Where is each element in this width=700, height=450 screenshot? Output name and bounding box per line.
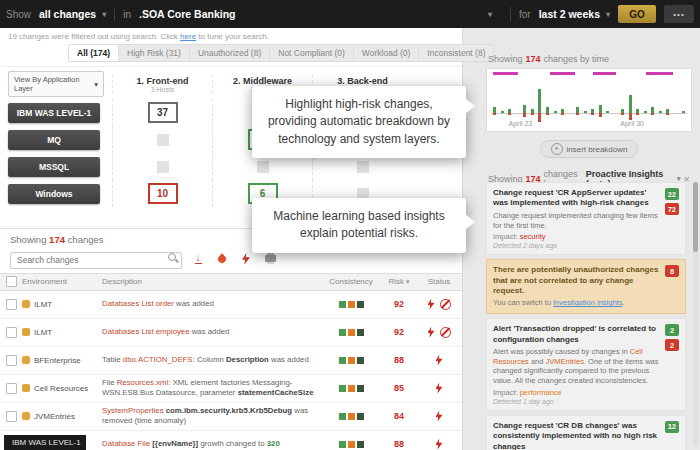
showing-label: Showing (488, 54, 523, 64)
ban-icon (440, 327, 451, 338)
insight-card-main: Change request 'CR AppServer updates' wa… (493, 188, 659, 249)
text-segment: was increased to (102, 398, 163, 399)
insight-card[interactable]: Alert 'Transaction dropped' is correlate… (486, 318, 686, 411)
bar-down (591, 113, 594, 115)
row-checkbox[interactable] (6, 411, 17, 422)
text-segment: was added (269, 355, 309, 364)
environment-cell: BFEnterprise (22, 356, 102, 365)
insight-card[interactable]: Change request 'CR DB changes' was consi… (486, 415, 686, 450)
chart-slot (634, 78, 642, 113)
col-description[interactable]: Description (102, 277, 320, 286)
scrollbar[interactable] (693, 182, 698, 446)
download-button[interactable]: ↓ (190, 251, 206, 267)
row-checkbox[interactable] (6, 355, 17, 366)
row-checkbox[interactable] (6, 383, 17, 394)
consistency-square (339, 329, 346, 336)
scope-value: all changes (39, 8, 96, 20)
inline-link[interactable]: Resources.xml (117, 378, 169, 387)
search-icon[interactable] (168, 253, 176, 261)
col-status[interactable]: Status (416, 277, 462, 286)
print-button[interactable] (262, 251, 278, 267)
insert-breakdown-button[interactable]: + insert breakdown (540, 140, 639, 158)
insight-card[interactable]: Change request 'CR AppServer updates' wa… (486, 182, 686, 255)
tab-not-compliant-0-[interactable]: Not Compliant (0) (270, 45, 354, 61)
table-row[interactable]: JVMEntriesSystemProperties com.ibm.secur… (0, 403, 462, 431)
table-row[interactable]: ILMTDatabases List employee was added92 (0, 319, 462, 347)
bar-up (523, 105, 526, 113)
row-checkbox[interactable] (6, 327, 17, 338)
inline-link[interactable]: Databases List order (102, 299, 174, 308)
col-consistency[interactable]: Consistency (320, 277, 382, 286)
status-cell (416, 439, 462, 450)
matrix-count-cell[interactable]: 10 (148, 183, 178, 204)
bolt-icon (428, 299, 435, 310)
timeline-chart[interactable]: April 23April 30 (486, 68, 692, 132)
bar-down (531, 113, 534, 115)
environment-name: BFEnterprise (34, 356, 81, 365)
chart-slot (514, 78, 522, 113)
insight-card[interactable]: There are potentially unauthorized chang… (486, 259, 686, 314)
bolt-icon (428, 327, 435, 338)
table-row[interactable]: BFEnterpriseTable dbo.ACTION_DEFS: Colum… (0, 347, 462, 375)
bolt-button[interactable] (238, 251, 254, 267)
insight-title: Change request 'CR AppServer updates' wa… (493, 188, 659, 209)
tab-all-174-[interactable]: All (174) (69, 45, 119, 61)
insight-body: Alert was possibly caused by changes in … (493, 347, 659, 386)
matrix-column-subtitle: 3 Hosts (113, 86, 212, 93)
chevron-down-icon: ▾ (94, 80, 98, 89)
period-dropdown[interactable]: last 2 weeks ▾ (539, 8, 610, 20)
timeline-marks (487, 72, 691, 75)
tune-search-link[interactable]: here (180, 32, 196, 41)
tab-unauthorized-8-[interactable]: Unauthorized (8) (190, 45, 270, 61)
callout-text: Machine learning based insights explain … (273, 209, 444, 240)
count-badge: 12 (665, 421, 679, 433)
printer-icon (265, 255, 276, 262)
matrix-count-cell[interactable]: 37 (148, 102, 178, 123)
inline-link[interactable]: investigation insights (553, 298, 622, 307)
table-row[interactable]: ILMTDatabases List order was added92 (0, 291, 462, 319)
inline-link[interactable]: SystemProperties (102, 406, 164, 415)
status-cell (416, 411, 462, 422)
text-segment: You can switch to (493, 298, 553, 307)
inline-link[interactable]: Databases List employee (102, 327, 190, 336)
plus-icon: + (551, 143, 563, 155)
description-cell: Database File [{envName}] growth changed… (102, 439, 320, 449)
scrollbar-thumb[interactable] (693, 182, 698, 252)
view-by-dropdown[interactable]: View By Application Layer ▾ (8, 71, 104, 97)
layer-button[interactable]: MQ (8, 130, 100, 150)
matrix-column-header: 1. Front-end3 Hosts (112, 75, 212, 94)
text-segment: statementCacheSize (238, 388, 314, 397)
search-input[interactable] (10, 252, 182, 269)
scope-dropdown[interactable]: all changes ▾ (39, 8, 106, 20)
consistency-square (348, 329, 355, 336)
layer-button[interactable]: Windows (8, 184, 100, 204)
divider (510, 7, 511, 21)
risk-value: 88 (382, 355, 416, 365)
col-environment[interactable]: Environment (22, 277, 102, 286)
environment-dropdown[interactable]: .SOA Core Banking ▾ (139, 8, 502, 20)
layer-button[interactable]: MSSQL (8, 157, 100, 177)
chart-slot (627, 78, 635, 113)
search-box (10, 249, 182, 269)
flame-button[interactable] (214, 251, 230, 267)
insights-list: Change request 'CR AppServer updates' wa… (486, 182, 686, 450)
bar-up (599, 105, 602, 113)
environment-icon (22, 328, 30, 336)
tab-workload-0-[interactable]: Workload (0) (354, 45, 420, 61)
select-all-checkbox[interactable] (6, 276, 17, 287)
insert-breakdown-label: insert breakdown (567, 145, 628, 154)
inline-link[interactable]: JVMEntries (546, 357, 584, 366)
row-checkbox[interactable] (6, 299, 17, 310)
inline-link[interactable]: Database File (102, 439, 150, 448)
tab-high-risk-31-[interactable]: High Risk (31) (119, 45, 190, 61)
inline-link[interactable]: dbo.ACTION_DEFS (123, 355, 193, 364)
text-segment: security (520, 232, 546, 241)
go-button[interactable]: GO (618, 5, 656, 23)
more-options-button[interactable]: ••• (664, 5, 694, 23)
matrix-column-title: 2. Middleware (213, 76, 312, 86)
col-risk[interactable]: Risk▾ (382, 277, 416, 286)
environment-icon (22, 412, 30, 420)
layer-button[interactable]: IBM WAS LEVEL-1 (8, 103, 100, 123)
table-row[interactable]: Cell ResourcesFile Resources.xml: XML el… (0, 375, 462, 403)
chart-slot (649, 78, 657, 113)
